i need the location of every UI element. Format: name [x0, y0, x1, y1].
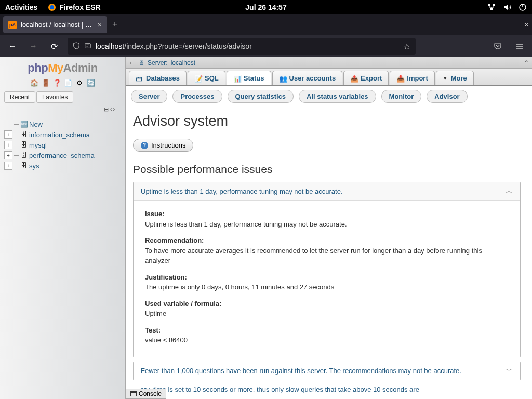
network-icon[interactable] [487, 3, 496, 11]
active-app[interactable]: Firefox ESR [48, 3, 100, 11]
db-tree: 🆕 New + 🗄 information_schema + 🗄 mysql +… [0, 116, 125, 174]
tab-favicon-icon: pA [8, 21, 17, 29]
window-close-button[interactable]: × [524, 20, 529, 30]
breadcrumb-server-name[interactable]: localhost [171, 59, 195, 66]
url-bar[interactable]: localhost/index.php?route=/server/status… [68, 38, 416, 55]
tab-users[interactable]: 👥User accounts [272, 71, 343, 85]
tree-collapse-controls[interactable]: ⊟ ⇔ [0, 103, 125, 116]
logout-icon[interactable]: 🚪 [42, 79, 50, 87]
breadcrumb-server-label: Server: [148, 59, 168, 66]
sidebar-tabs: Recent Favorites [0, 89, 125, 103]
subtab-query-stats[interactable]: Query statistics [228, 90, 294, 103]
collapse-nav-icon[interactable]: ← [129, 59, 135, 66]
tree-new[interactable]: 🆕 New [2, 119, 123, 129]
expand-icon[interactable]: + [4, 151, 12, 159]
issue-header[interactable]: Uptime is less than 1 day, performance t… [134, 182, 520, 201]
reload-button[interactable]: ⟳ [47, 39, 61, 54]
favorites-tab[interactable]: Favorites [36, 91, 73, 103]
power-icon[interactable] [518, 3, 527, 11]
expand-icon[interactable]: + [4, 162, 12, 170]
tree-db-item[interactable]: + 🗄 performance_schema [2, 150, 123, 161]
issue-body: Issue: Uptime is less than 1 day, perfor… [134, 201, 520, 357]
back-button[interactable]: ← [5, 39, 20, 54]
sidebar: phpMyAdmin 🏠 🚪 ❓ 📄 ⚙ 🔄 Recent Favorites … [0, 57, 126, 399]
database-icon: 🗄 [20, 162, 28, 170]
docs-icon[interactable]: ❓ [53, 79, 61, 87]
subtab-monitor[interactable]: Monitor [381, 90, 422, 103]
chevron-up-icon: ︿ [506, 187, 513, 196]
svg-rect-2 [488, 4, 490, 6]
issue-accordion: Uptime is less than 1 day, performance t… [133, 182, 521, 357]
chevron-down-icon: ▼ [443, 75, 448, 81]
field-label-justification: Justification: [145, 272, 509, 283]
field-value-issue: Uptime is less than 1 day, performance t… [145, 219, 509, 230]
window-minimize-icon[interactable]: ⌃ [524, 59, 529, 66]
databases-icon: 🗃 [136, 75, 143, 82]
browser-toolbar: ← → ⟳ localhost/index.php?route=/server/… [0, 35, 532, 57]
tab-more[interactable]: ▼More [436, 71, 474, 85]
breadcrumb: ← 🖥 Server: localhost ⌃ [126, 57, 532, 69]
firefox-icon [48, 3, 56, 11]
svg-point-1 [50, 5, 54, 9]
console-icon [130, 391, 137, 396]
svg-rect-6 [85, 43, 91, 48]
app-menu-button[interactable] [512, 39, 527, 54]
sql-icon: 📝 [194, 75, 202, 82]
export-icon: 📤 [350, 75, 357, 82]
instructions-button[interactable]: ? Instructions [133, 139, 193, 152]
console-toggle[interactable]: Console [126, 389, 166, 399]
issue-header[interactable]: Fewer than 1,000 questions have been run… [134, 362, 520, 380]
tab-databases[interactable]: 🗃Databases [129, 71, 187, 85]
bookmark-star-icon[interactable]: ☆ [403, 42, 410, 51]
field-label-recommendation: Recommendation: [145, 235, 509, 246]
chevron-down-icon: ﹀ [506, 366, 513, 376]
subtab-server[interactable]: Server [131, 90, 167, 103]
subtab-all-vars[interactable]: All status variables [299, 90, 376, 103]
new-tab-button[interactable]: + [112, 19, 118, 30]
lock-icon [84, 42, 91, 51]
clock[interactable]: Jul 26 14:57 [245, 3, 286, 11]
tab-status[interactable]: 📊Status [227, 71, 271, 85]
svg-rect-4 [490, 8, 493, 10]
top-tabs: 🗃Databases 📝SQL 📊Status 👥User accounts 📤… [126, 69, 532, 86]
pma-logo[interactable]: phpMyAdmin [0, 57, 125, 77]
shield-icon [73, 42, 80, 51]
field-value-justification: The uptime is only 0 days, 0 hours, 11 m… [145, 282, 509, 292]
svg-rect-3 [493, 4, 495, 6]
settings-icon[interactable]: ⚙ [75, 79, 84, 87]
sql-console-icon[interactable]: 📄 [64, 79, 72, 87]
reload-icon[interactable]: 🔄 [87, 79, 95, 87]
field-label-issue: Issue: [145, 209, 509, 219]
tree-db-item[interactable]: + 🗄 information_schema [2, 129, 123, 140]
issue-header-partial[interactable]: ery_time is set to 10 seconds or more, t… [133, 384, 521, 394]
home-icon[interactable]: 🏠 [30, 79, 38, 87]
subtab-advisor[interactable]: Advisor [427, 90, 467, 103]
tab-close-button[interactable]: × [98, 21, 102, 29]
subtab-processes[interactable]: Processes [172, 90, 222, 103]
expand-icon[interactable]: + [4, 130, 12, 139]
content-area: Advisor system ? Instructions Possible p… [126, 107, 532, 399]
page-title: Advisor system [133, 113, 521, 129]
tab-sql[interactable]: 📝SQL [188, 71, 225, 85]
recent-tab[interactable]: Recent [4, 91, 35, 103]
issue-accordion: Fewer than 1,000 questions have been run… [133, 362, 521, 380]
browser-tab[interactable]: pA localhost / localhost | phpMyAdmin × [3, 16, 107, 33]
volume-icon[interactable] [503, 3, 511, 11]
tree-db-item[interactable]: + 🗄 mysql [2, 140, 123, 150]
forward-button: → [26, 39, 41, 54]
pocket-icon[interactable] [490, 39, 505, 54]
new-db-icon: 🆕 [20, 120, 28, 128]
database-icon: 🗄 [20, 130, 28, 139]
field-value-formula: Uptime [145, 309, 509, 319]
sidebar-quick-icons: 🏠 🚪 ❓ 📄 ⚙ 🔄 [0, 77, 125, 89]
tab-import[interactable]: 📥Import [390, 71, 434, 85]
server-icon: 🖥 [138, 59, 144, 66]
section-title: Possible performance issues [133, 163, 521, 176]
field-label-test: Test: [145, 325, 509, 336]
expand-icon[interactable]: + [4, 141, 12, 149]
tree-db-item[interactable]: + 🗄 sys [2, 161, 123, 171]
activities-button[interactable]: Activities [5, 3, 37, 11]
main-panel: ← 🖥 Server: localhost ⌃ 🗃Databases 📝SQL … [126, 57, 532, 399]
browser-tab-strip: pA localhost / localhost | phpMyAdmin × … [0, 14, 532, 35]
tab-export[interactable]: 📤Export [343, 71, 389, 85]
